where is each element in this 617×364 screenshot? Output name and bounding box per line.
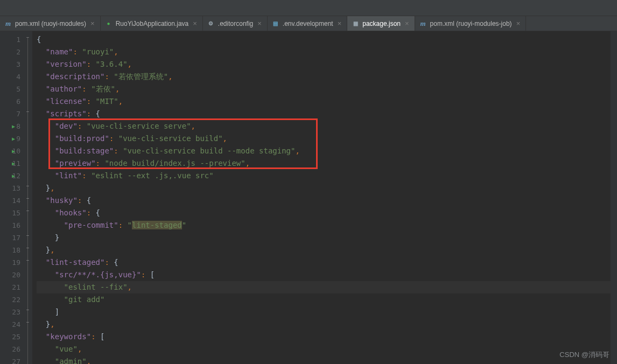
tab-pom-xml-ruoyi-modules-[interactable]: mpom.xml (ruoyi-modules)× [0, 16, 101, 31]
line-number-gutter: ▶▶▶▶▶ 1234567891011121314151617181920212… [0, 31, 24, 364]
code-line[interactable]: "build:prod": "vue-cli-service build", [37, 132, 611, 145]
line-number: 2 [0, 46, 20, 58]
line-number: 16 [0, 219, 20, 232]
close-icon[interactable]: × [404, 19, 410, 27]
code-line[interactable]: { [37, 33, 611, 46]
m-file-icon: m [4, 20, 12, 27]
code-line[interactable]: "name": "ruoyi", [37, 46, 611, 58]
line-number: 24 [0, 318, 20, 331]
tab-label: package.json [362, 20, 401, 27]
fold-icon[interactable]: − [25, 257, 31, 263]
json-file-icon: ▦ [352, 20, 359, 27]
code-line[interactable]: ] [37, 306, 611, 318]
tab-pom-xml-ruoyi-modules-job-[interactable]: mpom.xml (ruoyi-modules-job)× [415, 16, 527, 31]
line-number: 27 [0, 355, 20, 364]
run-gutter-icon[interactable]: ▶ [12, 145, 15, 157]
tab-label: .editorconfig [218, 20, 253, 27]
fold-icon[interactable]: − [25, 195, 31, 201]
main-toolbar [0, 0, 617, 16]
line-number: 19 [0, 256, 20, 269]
fold-icon[interactable]: − [25, 183, 31, 189]
run-gutter-icon[interactable]: ▶ [12, 120, 15, 132]
code-line[interactable]: }, [37, 318, 611, 331]
tab-label: .env.development [283, 20, 333, 27]
run-gutter-icon[interactable]: ▶ [12, 157, 15, 170]
code-line[interactable]: "preview": "node build/index.js --previe… [37, 157, 611, 170]
tab-label: RuoYiJobApplication.java [116, 20, 189, 27]
line-number: 17 [0, 232, 20, 244]
close-icon[interactable]: × [515, 19, 522, 27]
line-number: 6 [0, 95, 20, 108]
error-stripe [611, 31, 617, 364]
code-line[interactable]: "git add" [37, 293, 611, 306]
line-number: 5 [0, 83, 20, 95]
close-icon[interactable]: × [256, 19, 263, 27]
tab-package-json[interactable]: ▦package.json× [347, 16, 415, 31]
code-line[interactable]: "description": "若依管理系统", [37, 71, 611, 83]
code-line[interactable]: "license": "MIT", [37, 95, 611, 108]
line-number: 13 [0, 182, 20, 194]
code-area[interactable]: { "name": "ruoyi", "version": "3.6.4", "… [32, 31, 611, 364]
line-number: 11 [0, 157, 20, 170]
line-number: 1 [0, 33, 20, 46]
line-number: 15 [0, 207, 20, 219]
editor-area: ▶▶▶▶▶ 1234567891011121314151617181920212… [0, 31, 617, 364]
fold-icon[interactable]: − [25, 109, 31, 115]
line-number: 4 [0, 71, 20, 83]
fold-icon[interactable]: − [25, 245, 31, 251]
code-line[interactable]: "scripts": { [37, 108, 611, 120]
tab--env-development[interactable]: ▤.env.development× [268, 16, 347, 31]
cfg-file-icon: ⚙ [207, 20, 215, 27]
code-line[interactable]: "lint": "eslint --ext .js,.vue src" [37, 170, 611, 182]
line-number: 8 [0, 120, 20, 132]
line-number: 20 [0, 269, 20, 281]
code-line[interactable]: "version": "3.6.4", [37, 58, 611, 71]
code-line[interactable]: "src/**/*.{js,vue}": [ [37, 269, 611, 281]
fold-icon[interactable]: − [25, 208, 31, 214]
close-icon[interactable]: × [89, 19, 96, 27]
fold-icon[interactable]: − [25, 307, 31, 313]
line-number: 18 [0, 244, 20, 256]
watermark: CSDN @消码哥 [559, 350, 609, 360]
run-gutter-icon[interactable]: ▶ [12, 132, 15, 145]
code-line[interactable]: "husky": { [37, 194, 611, 207]
code-line[interactable]: "hooks": { [37, 207, 611, 219]
line-number: 12 [0, 170, 20, 182]
tab--editorconfig[interactable]: ⚙.editorconfig× [203, 16, 268, 31]
m-file-icon: m [419, 20, 427, 27]
line-number: 9 [0, 132, 20, 145]
close-icon[interactable]: × [192, 19, 198, 27]
run-gutter-icon[interactable]: ▶ [12, 170, 15, 182]
close-icon[interactable]: × [336, 19, 343, 27]
line-number: 14 [0, 194, 20, 207]
fold-icon[interactable]: − [25, 233, 31, 239]
line-number: 3 [0, 58, 20, 71]
env-file-icon: ▤ [272, 20, 279, 27]
line-number: 23 [0, 306, 20, 318]
code-line[interactable]: "lint-staged": { [37, 256, 611, 269]
tab-label: pom.xml (ruoyi-modules-job) [430, 20, 512, 27]
line-number: 26 [0, 343, 20, 355]
code-line[interactable]: "vue", [37, 343, 611, 355]
code-line[interactable]: "admin", [37, 355, 611, 364]
code-line[interactable]: }, [37, 182, 611, 194]
code-line[interactable]: "dev": "vue-cli-service serve", [37, 120, 611, 132]
tab-ruoyijobapplication-java[interactable]: ●RuoYiJobApplication.java× [101, 16, 203, 31]
code-line[interactable]: }, [37, 244, 611, 256]
code-line[interactable]: "eslint --fix", [37, 281, 611, 293]
fold-column: −−−−−−−−−− [24, 31, 32, 364]
code-line[interactable]: } [37, 232, 611, 244]
code-line[interactable]: "build:stage": "vue-cli-service build --… [37, 145, 611, 157]
code-line[interactable]: "author": "若依", [37, 83, 611, 95]
line-number: 10 [0, 145, 20, 157]
java-file-icon: ● [105, 20, 113, 27]
tab-label: pom.xml (ruoyi-modules) [15, 20, 86, 27]
fold-icon[interactable]: − [25, 319, 31, 325]
fold-icon[interactable]: − [25, 34, 31, 40]
code-line[interactable]: "keywords": [ [37, 331, 611, 343]
code-line[interactable]: "pre-commit": "lint-staged" [37, 219, 611, 232]
editor-tabs: mpom.xml (ruoyi-modules)×●RuoYiJobApplic… [0, 16, 617, 31]
line-number: 22 [0, 293, 20, 306]
line-number: 7 [0, 108, 20, 120]
line-number: 25 [0, 331, 20, 343]
